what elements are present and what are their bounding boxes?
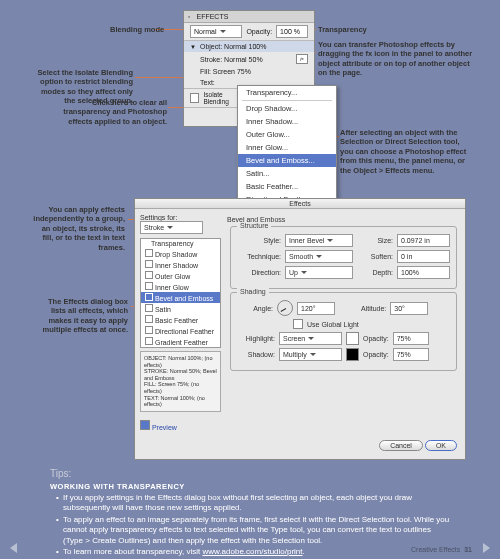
menu-item[interactable]: Inner Glow... bbox=[238, 141, 336, 154]
callout-after-select: After selecting an object with the Selec… bbox=[340, 128, 472, 175]
callout-transfer-fx: You can transfer Photoshop effects by dr… bbox=[318, 40, 478, 78]
altitude-input[interactable]: 30° bbox=[390, 302, 428, 315]
shadow-opacity[interactable]: 75% bbox=[393, 348, 429, 361]
menu-item[interactable]: Drop Shadow... bbox=[238, 102, 336, 115]
page-footer: Creative Effects 31 bbox=[411, 546, 472, 553]
tip-item: To apply an effect to an image separatel… bbox=[58, 515, 450, 546]
callout-clear-all: Click here to clear all transparency and… bbox=[62, 98, 167, 126]
shadow-color[interactable] bbox=[346, 348, 359, 361]
tips-subheading: WORKING WITH TRANSPARENCY bbox=[50, 482, 450, 491]
list-item-highlighted[interactable]: Bevel and Emboss bbox=[141, 292, 220, 303]
effects-summary: OBJECT: Normal 100%; (no effects) STROKE… bbox=[140, 351, 221, 412]
list-item[interactable]: Outer Glow bbox=[141, 270, 220, 281]
effects-dialog: Effects Settings for: Stroke Transparenc… bbox=[134, 198, 466, 460]
tips-link[interactable]: www.adobe.com/studio/print bbox=[202, 547, 302, 556]
prev-page-arrow[interactable] bbox=[10, 543, 17, 553]
callout-blending-mode: Blending mode bbox=[110, 25, 164, 34]
highlight-opacity[interactable]: 75% bbox=[393, 332, 429, 345]
preview-checkbox[interactable] bbox=[140, 420, 150, 430]
tip-item: If you apply settings in the Effects dia… bbox=[58, 493, 450, 514]
list-transparency[interactable]: Transparency bbox=[141, 239, 220, 248]
callout-transparency: Transparency bbox=[318, 25, 367, 34]
list-item[interactable]: Inner Shadow bbox=[141, 259, 220, 270]
list-item[interactable]: Inner Glow bbox=[141, 281, 220, 292]
tips-heading: Tips: bbox=[50, 468, 450, 479]
list-item[interactable]: Directional Feather bbox=[141, 325, 220, 336]
ok-button[interactable]: OK bbox=[425, 440, 457, 451]
tips-section: Tips: WORKING WITH TRANSPARENCY If you a… bbox=[50, 468, 450, 558]
list-item[interactable]: Gradient Feather bbox=[141, 336, 220, 347]
effects-tab[interactable]: EFFECTS bbox=[196, 13, 228, 20]
list-item[interactable]: Basic Feather bbox=[141, 314, 220, 325]
size-input[interactable]: 0.0972 in bbox=[397, 234, 450, 247]
fx-icon[interactable]: fx bbox=[296, 54, 308, 64]
next-page-arrow[interactable] bbox=[483, 543, 490, 553]
global-light-checkbox[interactable] bbox=[293, 319, 303, 329]
angle-input[interactable]: 120° bbox=[297, 302, 335, 315]
settings-for-select[interactable]: Stroke bbox=[140, 221, 203, 234]
technique-select[interactable]: Smooth bbox=[285, 250, 353, 263]
opacity-input[interactable]: 100 % bbox=[276, 25, 308, 38]
menu-item[interactable]: Outer Glow... bbox=[238, 128, 336, 141]
fill-row[interactable]: Fill: Screen 75% bbox=[200, 68, 251, 75]
list-item[interactable]: Drop Shadow bbox=[141, 248, 220, 259]
cancel-button[interactable]: Cancel bbox=[379, 440, 423, 451]
angle-dial[interactable] bbox=[277, 300, 293, 316]
list-item[interactable]: Satin bbox=[141, 303, 220, 314]
text-row[interactable]: Text: bbox=[200, 79, 215, 86]
style-select[interactable]: Inner Bevel bbox=[285, 234, 353, 247]
isolate-checkbox[interactable] bbox=[190, 93, 199, 103]
direction-select[interactable]: Up bbox=[285, 266, 353, 279]
depth-input[interactable]: 100% bbox=[397, 266, 450, 279]
highlight-mode-select[interactable]: Screen bbox=[279, 332, 342, 345]
menu-item-highlighted[interactable]: Bevel and Emboss... bbox=[238, 154, 336, 167]
tip-item: To learn more about transparency, visit … bbox=[58, 547, 450, 557]
menu-item[interactable]: Satin... bbox=[238, 167, 336, 180]
blending-mode-select[interactable]: Normal bbox=[190, 25, 242, 38]
dialog-title: Effects bbox=[135, 199, 465, 209]
highlight-color[interactable] bbox=[346, 332, 359, 345]
callout-apply-independently: You can apply effects independently to a… bbox=[33, 205, 125, 252]
shadow-mode-select[interactable]: Multiply bbox=[279, 348, 342, 361]
stroke-row[interactable]: Stroke: Normal 50% bbox=[200, 56, 263, 63]
effects-list: Transparency Drop Shadow Inner Shadow Ou… bbox=[140, 238, 221, 348]
menu-item[interactable]: Inner Shadow... bbox=[238, 115, 336, 128]
menu-item[interactable]: Basic Feather... bbox=[238, 180, 336, 193]
menu-transparency[interactable]: Transparency... bbox=[238, 86, 336, 99]
object-row[interactable]: Object: Normal 100% bbox=[200, 43, 267, 50]
callout-dialog-lists: The Effects dialog box lists all effects… bbox=[33, 297, 128, 335]
soften-input[interactable]: 0 in bbox=[397, 250, 450, 263]
